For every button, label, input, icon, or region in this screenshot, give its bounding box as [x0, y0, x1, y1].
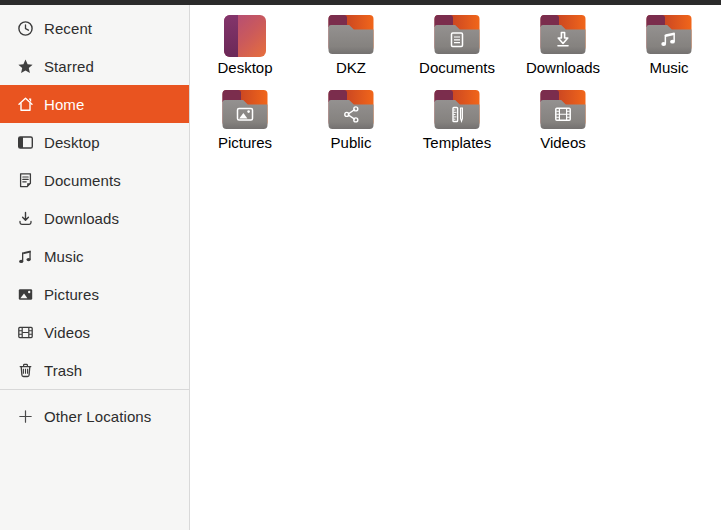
desktop-icon: [17, 134, 34, 151]
document-icon: [17, 172, 34, 189]
folder-item-templates[interactable]: Templates: [404, 85, 510, 160]
music-note-icon: [17, 248, 34, 265]
sidebar-separator: [0, 389, 189, 390]
film-strip-icon: [17, 324, 34, 341]
sidebar-item-pictures[interactable]: Pictures: [0, 275, 189, 313]
sidebar-item-downloads[interactable]: Downloads: [0, 199, 189, 237]
share-emblem-folder: [329, 90, 374, 129]
sidebar-item-desktop[interactable]: Desktop: [0, 123, 189, 161]
sidebar-item-videos[interactable]: Videos: [0, 313, 189, 351]
folder-name: Downloads: [526, 59, 600, 77]
folder-item-public[interactable]: Public: [298, 85, 404, 160]
folder-name: Templates: [423, 134, 491, 152]
folder-templates-emblem-icon: [433, 89, 481, 133]
desktop-gradient-tile-icon: [221, 14, 269, 58]
sidebar-item-label: Recent: [44, 20, 92, 37]
sidebar-item-label: Trash: [44, 362, 82, 379]
folder-share-emblem-icon: [327, 89, 375, 133]
folder-item-downloads[interactable]: Downloads: [510, 10, 616, 85]
download-arrow-icon: [17, 210, 34, 227]
folder-item-desktop[interactable]: Desktop: [192, 10, 298, 85]
folder-videos-emblem-icon: [539, 89, 587, 133]
sidebar-item-label: Other Locations: [44, 408, 151, 425]
folder-item-documents[interactable]: Documents: [404, 10, 510, 85]
sidebar-item-home[interactable]: Home: [0, 85, 189, 123]
sidebar-item-label: Documents: [44, 172, 121, 189]
places-sidebar: Recent Starred Home Desktop Documents: [0, 5, 190, 530]
folder-name: Desktop: [217, 59, 272, 77]
sidebar-item-label: Pictures: [44, 286, 99, 303]
folder-downloads-emblem-icon: [539, 14, 587, 58]
sidebar-item-label: Downloads: [44, 210, 119, 227]
folder-name: Music: [649, 59, 688, 77]
folder-documents-emblem-icon: [433, 14, 481, 58]
folder-name: Public: [331, 134, 372, 152]
folder-pictures-emblem-icon: [221, 89, 269, 133]
sidebar-item-recent[interactable]: Recent: [0, 9, 189, 47]
sidebar-item-documents[interactable]: Documents: [0, 161, 189, 199]
sidebar-item-starred[interactable]: Starred: [0, 47, 189, 85]
picture-icon: [17, 286, 34, 303]
trash-can-icon: [17, 362, 34, 379]
sidebar-item-label: Starred: [44, 58, 94, 75]
folder-name: Videos: [540, 134, 586, 152]
sidebar-item-trash[interactable]: Trash: [0, 351, 189, 389]
sidebar-item-label: Videos: [44, 324, 90, 341]
folder-item-pictures[interactable]: Pictures: [192, 85, 298, 160]
folder-item-music[interactable]: Music: [616, 10, 721, 85]
folder-item-dkz[interactable]: DKZ: [298, 10, 404, 85]
folder-grid: Desktop DKZ Documents: [192, 10, 721, 160]
clock-icon: [17, 20, 34, 37]
folder-music-emblem-icon: [645, 14, 693, 58]
folder-name: Pictures: [218, 134, 272, 152]
folder-name: DKZ: [336, 59, 366, 77]
folder-item-videos[interactable]: Videos: [510, 85, 616, 160]
sidebar-item-label: Music: [44, 248, 84, 265]
plus-icon: [17, 408, 34, 425]
file-icon-view: Desktop DKZ Documents: [191, 5, 721, 530]
folder-name: Documents: [419, 59, 495, 77]
sidebar-item-label: Home: [44, 96, 84, 113]
sidebar-item-music[interactable]: Music: [0, 237, 189, 275]
sidebar-item-other-locations[interactable]: Other Locations: [0, 397, 189, 435]
template-emblem: [453, 108, 462, 122]
plain-folder-icon: [327, 14, 375, 58]
sidebar-item-label: Desktop: [44, 134, 100, 151]
home-icon: [17, 96, 34, 113]
star-icon: [17, 58, 34, 75]
